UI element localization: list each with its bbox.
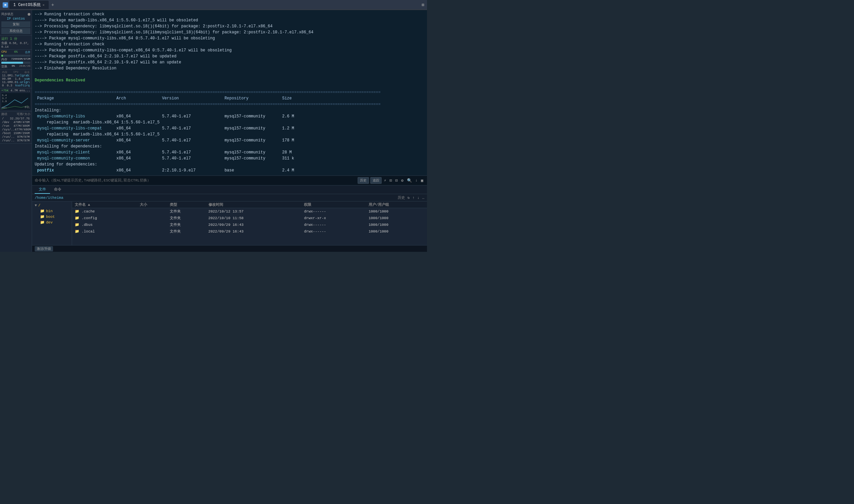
mem-label: 内存 [1, 57, 7, 62]
file-type: 文件夹 [167, 221, 206, 228]
terminal-output[interactable]: --> Running transaction check ----> Pack… [32, 10, 427, 176]
file-tree: ▼ / 📁 bin 📁 boot [32, 201, 72, 245]
traffic-labels: 5.43.71.9 [2, 94, 7, 103]
terminal-line: postfix x86_64 2:2.10.1-9.el7 base 2.4 M [35, 167, 424, 174]
terminal-line: ----> Package mariadb-libs.x86_64 1:5.5.… [35, 17, 424, 23]
swap-detail: 264K/2G [19, 65, 30, 69]
paste-icon[interactable]: ⊡ [394, 178, 399, 183]
settings-icon[interactable]: ⚙ [400, 178, 404, 183]
col-filename[interactable]: 文件名 ▲ [72, 201, 137, 208]
traffic-section: +75K 4.7M ens... 本机 5.43.71.9 0ms [0, 88, 32, 111]
disk-label: 路径 [1, 112, 7, 116]
col-user[interactable]: 用户/用户组 [366, 201, 427, 208]
file-user: 1000/1000 [366, 215, 427, 221]
sync-label: 同步状态 [1, 12, 13, 16]
mem-tab: 合并 [25, 50, 30, 54]
table-row[interactable]: 📁 .local 文件夹 2022/09/29 16:43 drwx------… [72, 228, 427, 235]
history-btn[interactable]: 历史 [358, 177, 369, 184]
process-list: 内存 CPU 命令 11.8M1.7urlgrabl 99.8M1.4yum 1… [1, 70, 30, 87]
tab-files[interactable]: 文件 [35, 185, 50, 194]
file-table: 文件名 ▲ 大小 类型 修改时间 权限 用户/用户组 � [72, 201, 427, 245]
active-tab[interactable]: 1 CentOS系统 ✕ [10, 1, 49, 9]
disk-section: 路径 可用/大小 /32.2G/37.7G /dev470M/470M /run… [0, 111, 32, 144]
traffic-unit: 本机 [24, 105, 30, 109]
terminal-line: ========================================… [35, 102, 424, 107]
sync-indicator [28, 13, 30, 16]
activate-btn[interactable]: 激活/升级 [35, 246, 53, 252]
sysinfo-btn[interactable]: 系统信息 [1, 28, 30, 34]
col-perm[interactable]: 权限 [301, 201, 366, 208]
col-size[interactable]: 大小 [137, 201, 167, 208]
process-section: 内存 CPU 命令 11.8M1.7urlgrabl 99.8M1.4yum 1… [0, 70, 32, 88]
file-modified: 2022/09/29 16:43 [206, 221, 302, 228]
tree-item-label: dev [46, 220, 53, 224]
file-table-body: 📁 .cache 文件夹 2022/10/12 13:57 drwx------… [72, 208, 427, 235]
file-content: ▼ / 📁 bin 📁 boot [32, 201, 427, 245]
ip-label: IP centos [1, 17, 30, 21]
terminal-line: mysql-community-server x86_64 5.7.40-1.e… [35, 138, 424, 143]
terminal-line: ----> Package postfix.x86_64 2:2.10.1-7.… [35, 53, 424, 59]
app-icon: ▣ [3, 2, 8, 8]
process-row: 11.6M0.01.urlgrabl [1, 81, 30, 84]
tree-item[interactable]: 📁 boot [33, 214, 70, 219]
terminal-line: --> Processing Dependency: libmysqlclien… [35, 23, 424, 29]
tree-item[interactable]: 📁 bin [33, 208, 70, 214]
download-icon2[interactable]: ↓ [417, 196, 420, 200]
tree-item-label: bin [46, 209, 53, 213]
traffic-zero: 0ms [2, 106, 7, 109]
table-row[interactable]: 📁 .dbus 文件夹 2022/09/29 16:43 drwx------ … [72, 221, 427, 228]
disk-row: /dev470M/470M [1, 121, 30, 124]
copy-btn[interactable]: 复制 [1, 21, 30, 28]
grid-icon[interactable]: ⊞ [422, 2, 424, 8]
file-type: 文件夹 [167, 228, 206, 235]
file-user: 1000/1000 [366, 228, 427, 235]
upload-icon[interactable]: ↑ [412, 196, 415, 200]
terminal-line: ========================================… [35, 89, 424, 95]
breadcrumb-path: /home/itheima [35, 196, 63, 200]
disk-row: /run/..97M/97M [1, 139, 30, 143]
table-row[interactable]: 📁 .cache 文件夹 2022/10/12 13:57 drwx------… [72, 208, 427, 215]
lightning-icon[interactable]: ⚡ [383, 178, 387, 183]
terminal-line [35, 71, 424, 77]
copy-icon[interactable]: ⊡ [389, 178, 393, 183]
search-icon[interactable]: 🔍 [406, 178, 413, 183]
download-icon[interactable]: ↓ [414, 178, 419, 183]
load-label: 负载 0.58, 0.37, 0.14 [1, 41, 30, 49]
title-bar: ▣ 1 CentOS系统 ✕ + ⊞ [0, 0, 427, 10]
swap-label: 交换 [1, 65, 7, 69]
disk-row: /32.2G/37.7G [1, 117, 30, 121]
bottom-panel: 文件 命令 /home/itheima 历史 ↻ ↑ ↓ … ▼ / [32, 185, 427, 252]
table-row[interactable]: 📁 .config 文件夹 2022/10/10 11:58 drwxr-xr-… [72, 215, 427, 221]
terminal-line: ----> Package mysql-community-libs-compa… [35, 47, 424, 53]
trace-btn[interactable]: 追踪 [370, 177, 382, 184]
terminal-input[interactable] [35, 178, 355, 182]
traffic-graph: 本机 5.43.71.9 0ms [1, 93, 30, 110]
tab-close-icon[interactable]: ✕ [43, 3, 45, 7]
disk-list: /32.2G/37.7G /dev470M/470M /run477M/486M… [1, 117, 30, 143]
traffic-down: 4.7M ens... [11, 89, 30, 92]
expand-arrow: ▼ [35, 203, 37, 208]
tree-item-label: / [38, 203, 41, 208]
terminal-line: --> Finished Dependency Resolution [35, 65, 424, 71]
terminal-line: replacing mariadb-libs.x86_64 1:5.5.60-1… [35, 120, 424, 125]
more-icon[interactable]: … [422, 196, 424, 200]
right-panel: --> Running transaction check ----> Pack… [32, 10, 427, 252]
main-layout: 同步状态 IP centos 复制 系统信息 运行 1 分 负载 0.58, 0… [0, 10, 427, 252]
file-name: 📁 .cache [72, 208, 137, 215]
terminal-toolbar: 历史 追踪 ⚡ ⊡ ⊡ ⚙ 🔍 ↓ ▣ [358, 177, 424, 184]
tab-commands[interactable]: 命令 [50, 185, 66, 194]
col-modified[interactable]: 修改时间 [206, 201, 302, 208]
grid-icon[interactable]: ▣ [420, 178, 424, 183]
folder-icon: 📁 [40, 215, 45, 219]
cpu-label: CPU [1, 50, 7, 54]
tree-root[interactable]: ▼ / [33, 203, 70, 208]
disk-row: /boot150M/296M [1, 132, 30, 136]
refresh-icon[interactable]: ↻ [408, 196, 410, 200]
disk-row: /sys/..477M/486M [1, 128, 30, 132]
process-header: 内存 CPU 命令 [1, 70, 30, 74]
tab-add-btn[interactable]: + [50, 2, 55, 8]
sidebar: 同步状态 IP centos 复制 系统信息 运行 1 分 负载 0.58, 0… [0, 10, 32, 252]
col-type[interactable]: 类型 [167, 201, 206, 208]
terminal-input-bar: 历史 追踪 ⚡ ⊡ ⊡ ⚙ 🔍 ↓ ▣ [32, 176, 427, 185]
tree-item[interactable]: 📁 dev [33, 219, 70, 225]
